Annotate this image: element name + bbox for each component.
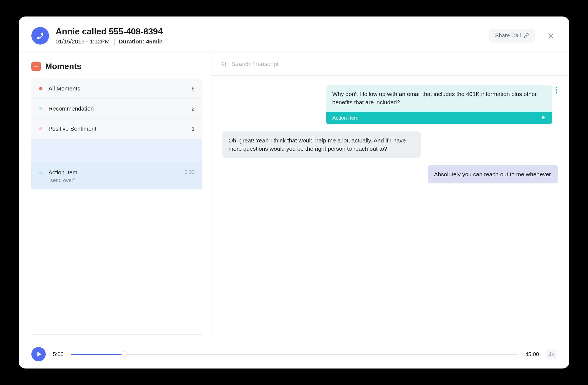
call-title: Annie called 555-408-8394 — [56, 26, 163, 37]
moment-filter-count: 2 — [192, 106, 195, 112]
transcript-row: Absolutely you can reach out to me whene… — [222, 165, 558, 183]
transcript-bubble-customer[interactable]: Oh, great! Yeah I think that would help … — [222, 131, 421, 158]
playback-speed-button[interactable]: 1x — [546, 349, 557, 359]
play-button[interactable] — [31, 347, 46, 361]
timeline-gap — [31, 139, 202, 163]
seek-track[interactable] — [71, 354, 518, 355]
call-duration: Duration: 45min — [119, 38, 163, 45]
moment-action-item[interactable]: Action Item "send over" 5:00 — [31, 163, 202, 189]
seek-thumb[interactable] — [121, 351, 127, 357]
play-icon — [36, 351, 42, 357]
transcript-bubble-agent[interactable]: Why don't I follow up with an email that… — [326, 85, 552, 112]
dot-icon — [39, 127, 42, 130]
total-time: 45:00 — [525, 351, 539, 358]
search-input[interactable] — [231, 61, 559, 68]
close-button[interactable] — [545, 30, 557, 42]
link-icon — [524, 33, 529, 38]
dot-icon — [39, 171, 42, 175]
svg-rect-1 — [36, 66, 38, 67]
body: Moments All Moments 6 Recommendation 2 P… — [19, 53, 569, 340]
seek-fill — [71, 354, 124, 355]
share-call-label: Share Call — [495, 32, 521, 39]
call-detail-window: Annie called 555-408-8394 01/15/2019 - 1… — [19, 16, 569, 369]
dot-icon — [39, 107, 42, 110]
moments-icon — [31, 62, 41, 71]
transcript-row: Oh, great! Yeah I think that would help … — [222, 131, 558, 158]
call-subtitle: 01/15/2019 - 1:12PM | Duration: 45min — [56, 38, 163, 45]
transcript-row: Why don't I follow up with an email that… — [222, 85, 558, 124]
sidebar: Moments All Moments 6 Recommendation 2 P… — [19, 53, 211, 340]
search-bar — [211, 53, 569, 76]
action-item-quote: "send over" — [48, 177, 184, 183]
moment-filter-all[interactable]: All Moments 6 — [31, 79, 202, 99]
action-item-strip[interactable]: Action Item — [326, 112, 552, 124]
play-snippet-button[interactable] — [541, 115, 546, 121]
dot-icon — [39, 87, 42, 90]
play-icon — [541, 115, 546, 120]
search-icon — [221, 61, 227, 67]
share-call-button[interactable]: Share Call — [489, 29, 535, 43]
transcript-bubble-agent[interactable]: Absolutely you can reach out to me whene… — [428, 165, 558, 183]
call-icon — [31, 27, 49, 45]
moment-filter-label: Positive Sentiment — [48, 125, 192, 132]
moment-filter-label: Recommendation — [48, 105, 192, 112]
close-icon — [547, 32, 554, 39]
sidebar-divider — [31, 334, 202, 335]
audio-player: 5:00 45:00 1x — [19, 340, 569, 369]
action-item-strip-label: Action Item — [332, 115, 358, 121]
moment-filter-count: 6 — [192, 86, 195, 92]
call-datetime: 01/15/2019 - 1:12PM — [56, 38, 110, 45]
moments-filter-list: All Moments 6 Recommendation 2 Positive … — [31, 79, 202, 189]
current-time: 5:00 — [53, 351, 64, 358]
transcript: Why don't I follow up with an email that… — [211, 76, 569, 340]
moment-filter-count: 1 — [192, 126, 195, 132]
moments-title: Moments — [45, 62, 81, 71]
action-item-time: 5:00 — [184, 169, 195, 175]
action-item-label: Action Item — [48, 169, 184, 176]
sidebar-header: Moments — [31, 62, 202, 71]
more-options-button[interactable] — [555, 85, 558, 95]
header: Annie called 555-408-8394 01/15/2019 - 1… — [19, 16, 569, 53]
moment-filter-label: All Moments — [48, 85, 192, 92]
svg-point-0 — [34, 66, 35, 67]
main-panel: Why don't I follow up with an email that… — [211, 53, 569, 340]
moment-filter-positive-sentiment[interactable]: Positive Sentiment 1 — [31, 119, 202, 139]
header-text: Annie called 555-408-8394 01/15/2019 - 1… — [56, 26, 163, 45]
moment-filter-recommendation[interactable]: Recommendation 2 — [31, 99, 202, 119]
svg-point-2 — [222, 62, 226, 65]
separator: | — [113, 38, 115, 45]
